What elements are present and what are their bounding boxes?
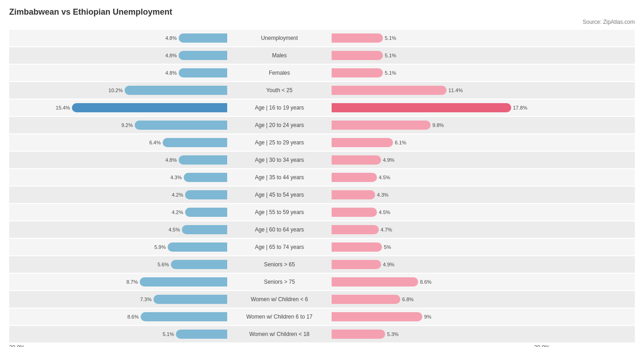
right-bar-container: 4.7%	[330, 225, 550, 234]
chart-row: 5.1% Women w/ Children < 18 5.3%	[9, 326, 635, 342]
left-bar-container: 4.8%	[9, 155, 229, 165]
left-value: 6.4%	[147, 140, 161, 145]
right-value: 4.5%	[379, 209, 393, 215]
left-bar-container: 5.9%	[9, 242, 229, 252]
right-value: 5.1%	[385, 35, 398, 41]
bar-blue	[135, 121, 227, 130]
row-label-container: Age | 45 to 54 years	[229, 192, 330, 198]
row-label: Age | 16 to 19 years	[255, 105, 304, 111]
right-bar-container: 5%	[330, 242, 550, 252]
right-bar-container: 4.9%	[330, 155, 550, 165]
chart-row: 4.2% Age | 45 to 54 years 4.3%	[9, 187, 635, 203]
left-value: 4.8%	[163, 35, 177, 41]
row-label-container: Age | 60 to 64 years	[229, 226, 330, 233]
bar-blue	[182, 225, 227, 234]
right-bar-container: 17.8%	[330, 103, 550, 112]
left-value: 10.2%	[109, 88, 123, 93]
bar-pink	[332, 103, 511, 112]
left-value: 15.4%	[56, 105, 70, 110]
right-bar-container: 4.9%	[330, 260, 550, 269]
bar-pink	[332, 155, 381, 165]
chart-row: 4.8% Females 5.1%	[9, 65, 635, 81]
row-label: Women w/ Children < 18	[249, 331, 310, 337]
chart-row: 5.6% Seniors > 65 4.9%	[9, 256, 635, 273]
right-bar-container: 5.1%	[330, 51, 550, 60]
row-label-container: Males	[229, 52, 330, 59]
bar-blue	[185, 208, 227, 217]
left-bar-container: 15.4%	[9, 103, 229, 112]
right-value: 5.1%	[385, 70, 398, 76]
bar-blue	[168, 242, 227, 252]
bar-pink	[332, 68, 383, 77]
row-label: Age | 35 to 44 years	[255, 174, 304, 181]
chart-row: 4.3% Age | 35 to 44 years 4.5%	[9, 169, 635, 186]
bar-blue	[171, 260, 227, 269]
bar-pink	[332, 312, 422, 321]
left-bar-container: 4.3%	[9, 173, 229, 182]
right-value: 6.1%	[395, 140, 409, 145]
bar-blue	[72, 103, 227, 112]
chart-title: Zimbabwean vs Ethiopian Unemployment	[9, 7, 635, 17]
right-bar-container: 5.1%	[330, 33, 550, 43]
right-value: 9%	[424, 314, 438, 319]
row-label-container: Age | 20 to 24 years	[229, 122, 330, 128]
row-label: Seniors > 75	[264, 279, 295, 285]
chart-row: 8.7% Seniors > 75 8.6%	[9, 274, 635, 290]
bar-blue	[125, 86, 227, 95]
row-label: Females	[269, 70, 290, 76]
bar-pink	[332, 138, 393, 147]
left-value: 4.3%	[168, 175, 182, 180]
chart-row: 6.4% Age | 25 to 29 years 6.1%	[9, 134, 635, 151]
bar-pink	[332, 86, 447, 95]
chart-area: 4.8% Unemployment 5.1% 4.8% Males 5.1%	[9, 30, 635, 342]
right-value: 5.3%	[387, 331, 401, 337]
bar-blue	[140, 277, 227, 286]
bar-pink	[332, 295, 400, 304]
right-bar-container: 9.8%	[330, 121, 550, 130]
right-value: 11.4%	[448, 88, 463, 93]
left-bar-container: 4.8%	[9, 51, 229, 60]
axis-row: 20.0% 20.0%	[9, 344, 635, 347]
left-bar-container: 4.8%	[9, 68, 229, 77]
bar-blue	[141, 312, 227, 321]
row-label: Age | 45 to 54 years	[255, 192, 304, 198]
row-label: Age | 25 to 29 years	[255, 139, 304, 146]
bar-pink	[332, 51, 383, 60]
row-label-container: Age | 55 to 59 years	[229, 209, 330, 215]
axis-left-value: 20.0%	[9, 344, 25, 347]
left-value: 7.3%	[138, 297, 152, 302]
right-value: 4.7%	[381, 227, 394, 232]
bar-pink	[332, 33, 383, 43]
left-value: 4.2%	[169, 192, 183, 198]
bar-pink	[332, 242, 382, 252]
left-bar-container: 5.6%	[9, 260, 229, 269]
left-value: 5.1%	[160, 331, 174, 337]
row-label: Women w/ Children < 6	[251, 296, 308, 303]
left-value: 8.6%	[125, 314, 139, 319]
row-label: Age | 60 to 64 years	[255, 226, 304, 233]
row-label-container: Age | 35 to 44 years	[229, 174, 330, 181]
bar-pink	[332, 260, 381, 269]
left-bar-container: 6.4%	[9, 138, 229, 147]
row-label-container: Seniors > 75	[229, 279, 330, 285]
left-value: 8.7%	[124, 279, 138, 285]
bar-blue	[184, 173, 227, 182]
row-label: Age | 20 to 24 years	[255, 122, 304, 128]
right-value: 8.6%	[420, 279, 434, 285]
bar-pink	[332, 190, 375, 199]
row-label-container: Seniors > 65	[229, 261, 330, 268]
left-value: 4.8%	[163, 157, 177, 163]
row-label: Youth < 25	[266, 87, 292, 94]
left-value: 9.2%	[119, 122, 133, 128]
left-bar-container: 4.5%	[9, 225, 229, 234]
right-value: 17.8%	[513, 105, 527, 110]
left-bar-container: 8.6%	[9, 312, 229, 321]
chart-row: 4.8% Unemployment 5.1%	[9, 30, 635, 46]
row-label: Males	[272, 52, 287, 59]
row-label-container: Women w/ Children < 6	[229, 296, 330, 303]
left-value: 4.2%	[169, 209, 183, 215]
chart-row: 5.9% Age | 65 to 74 years 5%	[9, 239, 635, 255]
chart-row: 10.2% Youth < 25 11.4%	[9, 82, 635, 99]
row-label: Age | 55 to 59 years	[255, 209, 304, 215]
bar-pink	[332, 330, 385, 339]
